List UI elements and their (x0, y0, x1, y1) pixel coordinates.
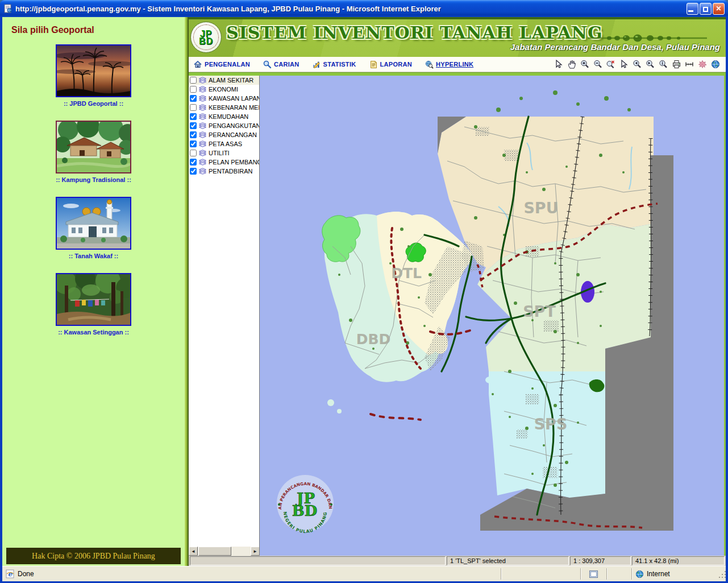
svg-text:BD: BD (292, 502, 318, 519)
map-canvas[interactable]: SPU SPT SPS DTL DBD JABATAN PERANCANGAN … (260, 76, 724, 556)
layer-row[interactable]: UTILITI (189, 148, 259, 158)
main-panel: JP BD SISTEM INVENTORI TANAH LAPANG Jaba… (189, 17, 726, 566)
status-segment (501, 568, 580, 580)
measure-icon[interactable] (683, 59, 695, 70)
buffer-icon[interactable] (696, 59, 708, 70)
geoportal-link-wakaf[interactable]: :: Tanah Wakaf :: (56, 197, 131, 259)
browser-window: http://jpbdgeoportal.penang.gov.my - Sis… (0, 0, 728, 583)
map-toolbar (552, 59, 721, 70)
layer-checkbox[interactable] (190, 86, 197, 93)
layer-checkbox[interactable] (190, 150, 197, 156)
sidebar-heading: Sila pilih Geoportal (2, 17, 185, 35)
geoportal-link-setinggan[interactable]: :: Kawasan Setinggan :: (56, 273, 131, 336)
mosque-image[interactable] (56, 197, 131, 250)
layer-icon (198, 168, 207, 175)
svg-text:SPS: SPS (534, 415, 568, 433)
zone-label: Internet (647, 570, 670, 578)
zoom-in-icon[interactable] (579, 59, 590, 70)
layer-icon (198, 77, 207, 84)
app-banner: JP BD SISTEM INVENTORI TANAH LAPANG Jaba… (189, 17, 726, 57)
geoportal-sidebar: Sila pilih Geoportal (2, 17, 185, 566)
layer-icon (198, 86, 207, 93)
layer-checkbox[interactable] (190, 140, 197, 147)
hyperlink-globe-icon (425, 60, 434, 69)
page-indicator-icon (589, 570, 598, 578)
geoportal-link-jpbd[interactable]: :: JPBD Geoportal :: (56, 44, 131, 107)
scroll-thumb[interactable] (198, 547, 231, 556)
svg-text:DBD: DBD (356, 331, 391, 348)
menu-laporan[interactable]: LAPORAN (369, 60, 413, 69)
scroll-left-button[interactable]: ◄ (189, 547, 198, 556)
layer-checkbox[interactable] (190, 131, 197, 138)
layer-checkbox[interactable] (190, 95, 197, 102)
status-segment-icon (580, 568, 606, 580)
select-features-icon[interactable] (618, 59, 630, 70)
status-left: e Done (2, 568, 501, 580)
geoportal-link-label[interactable]: :: Tanah Wakaf :: (69, 253, 118, 259)
zoom-out-icon[interactable] (592, 59, 604, 70)
status-text: Done (18, 570, 34, 578)
identify-icon[interactable] (657, 59, 669, 70)
layer-checkbox[interactable] (190, 104, 197, 111)
map-status-empty (190, 556, 446, 565)
maximize-button[interactable] (700, 3, 712, 15)
zoom-previous-icon[interactable] (631, 59, 643, 70)
geoportal-link-label[interactable]: :: Kawasan Setinggan :: (58, 329, 129, 336)
menu-bar: PENGENALAN CARIAN STATISTIK (189, 57, 726, 72)
app-subtitle: Jabatan Perancang Bandar Dan Desa, Pulau… (510, 42, 720, 52)
layer-row[interactable]: ALAM SEKITAR (189, 76, 259, 85)
statistics-icon (312, 60, 321, 69)
zone-segment: Internet (631, 568, 717, 580)
layer-icon (198, 95, 207, 102)
squatter-area-image[interactable] (56, 273, 131, 326)
layer-row[interactable]: PERANCANGAN (189, 130, 259, 139)
home-icon (193, 60, 202, 69)
layer-row[interactable]: PETA ASAS (189, 139, 259, 148)
svg-text:SPT: SPT (523, 303, 556, 320)
geoportal-link-label[interactable]: :: Kampung Tradisional :: (56, 176, 131, 183)
traditional-village-image[interactable] (56, 121, 131, 173)
status-segment (606, 568, 631, 580)
layer-icon (198, 159, 207, 166)
layer-checkbox[interactable] (190, 113, 197, 120)
menu-hyperlink[interactable]: HYPERLINK (425, 60, 473, 69)
zoom-clear-icon[interactable] (605, 59, 617, 70)
pan-hand-icon[interactable] (565, 59, 577, 70)
layer-row[interactable]: KEBENARAN MERANCANG (189, 103, 259, 112)
layer-row[interactable]: EKONOMI (189, 85, 259, 94)
menu-carian[interactable]: CARIAN (263, 60, 299, 69)
geoportal-link-label[interactable]: :: JPBD Geoportal :: (64, 100, 123, 107)
layer-row[interactable]: KAWASAN LAPANG (189, 94, 259, 103)
layer-panel-hscrollbar[interactable]: ◄ ► (189, 547, 260, 556)
layer-checkbox[interactable] (190, 77, 197, 84)
minimize-button[interactable] (687, 3, 698, 15)
app-title: SISTEM INVENTORI TANAH LAPANG (226, 23, 603, 43)
scroll-right-button[interactable]: ► (251, 547, 260, 556)
geoportal-link-kampung[interactable]: :: Kampung Tradisional :: (56, 121, 131, 183)
jpbd-logo: JP BD (190, 22, 222, 53)
menu-pengenalan[interactable]: PENGENALAN (193, 60, 250, 69)
browser-status-bar: e Done Internet (2, 566, 726, 581)
layer-row[interactable]: KEMUDAHAN (189, 112, 259, 121)
svg-text:DTL: DTL (391, 265, 422, 282)
select-arrow-icon[interactable] (552, 59, 564, 70)
resize-grip[interactable] (718, 568, 726, 580)
ie-document-icon (3, 4, 13, 13)
close-button[interactable]: ✕ (713, 3, 725, 15)
layer-checkbox[interactable] (190, 122, 197, 129)
print-icon[interactable] (670, 59, 682, 70)
layer-row[interactable]: PENGANGKUTAN (189, 121, 259, 130)
layer-row[interactable]: PENTADBIRAN (189, 167, 259, 176)
layer-checkbox[interactable] (190, 168, 197, 175)
sunset-palms-image[interactable] (56, 44, 131, 97)
window-title: http://jpbdgeoportal.penang.gov.my - Sis… (15, 5, 682, 13)
layer-checkbox[interactable] (190, 159, 197, 166)
title-bar[interactable]: http://jpbdgeoportal.penang.gov.my - Sis… (0, 0, 728, 17)
map-viewport[interactable]: SPU SPT SPS DTL DBD JABATAN PERANCANGAN … (260, 76, 724, 556)
layer-list-panel: ALAM SEKITAR EKONOMI KAWASAN LAPANG KEBE… (189, 76, 260, 556)
layer-row[interactable]: PELAN PEMBANGUNAN (189, 158, 259, 167)
menu-statistik[interactable]: STATISTIK (312, 60, 356, 69)
globe-icon[interactable] (709, 59, 721, 70)
selection-status: 1 'TL_SPT' selected (447, 556, 569, 565)
zoom-next-icon[interactable] (644, 59, 656, 70)
